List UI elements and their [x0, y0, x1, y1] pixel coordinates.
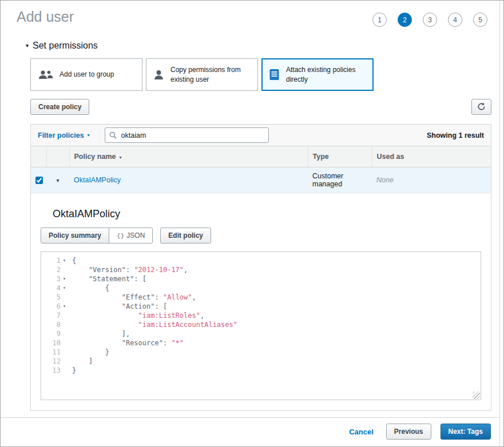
filter-policies-dropdown[interactable]: Filter policies ▾ — [38, 131, 90, 139]
gutter: 4▾ — [41, 284, 69, 293]
code-line: 7▾ "iam:ListRoles", — [41, 311, 481, 320]
line-number: 11 — [53, 348, 61, 357]
code-line: 9▾ ], — [41, 329, 481, 338]
policy-json-editor[interactable]: 1▾ { 2▾ "Version": "2012-10-17", 3▾ — [41, 252, 481, 400]
scrollbar[interactable] — [499, 1, 503, 446]
fold-caret-icon[interactable]: ▾ — [62, 256, 67, 265]
user-icon — [153, 70, 164, 80]
step-number: 5 — [478, 16, 482, 24]
code-line: 5▾ "Effect": "Allow", — [41, 293, 481, 302]
line-number: 4 — [57, 284, 61, 293]
line-number: 5 — [57, 293, 61, 302]
policy-toolbar: Create policy — [30, 99, 491, 115]
code-line: 3▾ "Statement": [ — [41, 274, 481, 284]
code-text: "Statement": [ — [69, 274, 146, 284]
card-add-user-to-group[interactable]: Add user to group — [30, 58, 142, 91]
next-tags-button[interactable]: Next: Tags — [440, 424, 491, 440]
code-text: "Effect": "Allow", — [69, 293, 196, 302]
column-policy-name[interactable]: Policy name▾ — [69, 146, 308, 167]
step-circle[interactable]: 3 — [423, 13, 437, 27]
page-title: Add user — [17, 9, 74, 25]
code-line: 1▾ { — [41, 256, 481, 265]
gutter: 5▾ — [41, 293, 69, 302]
step-number: 4 — [453, 16, 457, 24]
filter-bar: Filter policies ▾ Showing 1 result — [31, 125, 491, 146]
gutter: 3▾ — [41, 274, 69, 284]
create-policy-button[interactable]: Create policy — [30, 99, 89, 115]
policies-table: Policy name▾ Type Used as ▾ — [31, 146, 491, 193]
line-number: 7 — [57, 311, 61, 320]
code-line: 6▾ "Action": [ — [41, 302, 481, 311]
code-text: } — [69, 366, 76, 375]
card-copy-permissions[interactable]: Copy permissions from existing user — [146, 58, 258, 91]
step-number: 3 — [428, 16, 432, 24]
policy-type-cell: Customer managed — [308, 167, 372, 193]
step-circle[interactable]: 5 — [473, 13, 487, 27]
card-label: Attach existing policies directly — [286, 65, 366, 83]
line-number: 13 — [53, 366, 61, 375]
tab-json[interactable]: {} JSON — [109, 228, 153, 244]
policy-detail-title: OktaIAMPolicy — [53, 208, 481, 220]
tab-policy-summary[interactable]: Policy summary — [41, 228, 109, 244]
set-permissions-section-header[interactable]: ▾ Set permissions — [26, 41, 491, 51]
column-used-as[interactable]: Used as — [372, 146, 491, 167]
chevron-down-icon: ▾ — [88, 133, 90, 138]
line-number: 10 — [53, 338, 61, 348]
search-input[interactable] — [105, 127, 269, 143]
step-circle[interactable]: 4 — [448, 13, 462, 27]
refresh-button[interactable] — [471, 99, 491, 115]
card-label: Add user to group — [59, 70, 114, 79]
row-expander-cell: ▾ — [46, 167, 69, 193]
fold-caret-icon[interactable]: ▾ — [62, 274, 67, 284]
policy-document-icon — [269, 69, 280, 81]
step-circle[interactable]: 2 — [398, 13, 412, 27]
code-text: "Resource": "*" — [69, 338, 184, 348]
code-text: ] — [69, 357, 93, 366]
table-header-row: Policy name▾ Type Used as — [31, 146, 491, 167]
wizard-header: Add user 1 2 3 4 5 — [1, 1, 503, 27]
select-all-header-cell — [31, 146, 46, 167]
previous-button[interactable]: Previous — [386, 424, 431, 440]
line-number: 8 — [57, 320, 61, 329]
row-expander-icon[interactable]: ▾ — [56, 177, 59, 183]
code-text: } — [69, 348, 109, 357]
tab-json-label: JSON — [126, 232, 145, 240]
wizard-footer: Cancel Previous Next: Tags — [1, 417, 499, 446]
policy-name-link[interactable]: OktaIAMPolicy — [74, 176, 121, 184]
edit-policy-button[interactable]: Edit policy — [160, 228, 211, 244]
code-text: "Version": "2012-10-17", — [69, 265, 188, 274]
fold-caret-icon[interactable]: ▾ — [62, 284, 67, 293]
group-icon — [38, 70, 53, 80]
code-line: 11▾ } — [41, 348, 481, 357]
column-type[interactable]: Type — [308, 146, 372, 167]
line-number: 2 — [57, 265, 61, 274]
add-user-wizard: Add user 1 2 3 4 5 — [0, 0, 504, 447]
code-line: 13▾ } — [41, 366, 481, 375]
refresh-icon — [477, 105, 486, 113]
code-line: 12▾ ] — [41, 357, 481, 366]
cancel-link[interactable]: Cancel — [349, 428, 374, 436]
gutter: 2▾ — [41, 265, 69, 274]
resize-handle-icon[interactable] — [473, 392, 480, 399]
collapse-caret-icon: ▾ — [26, 43, 29, 49]
results-count: Showing 1 result — [427, 131, 484, 139]
code-line: 2▾ "Version": "2012-10-17", — [41, 265, 481, 274]
card-attach-existing-policies[interactable]: Attach existing policies directly — [261, 58, 374, 91]
row-checkbox-cell — [31, 167, 46, 193]
row-checkbox[interactable] — [35, 177, 43, 184]
step-circle[interactable]: 1 — [372, 13, 387, 27]
gutter: 10▾ — [41, 338, 69, 348]
policy-used-as-cell: None — [372, 167, 491, 193]
gutter: 7▾ — [41, 311, 69, 320]
code-text: ], — [69, 329, 130, 338]
fold-caret-icon[interactable]: ▾ — [62, 302, 67, 311]
code-text: "iam:ListAccountAliases" — [69, 320, 237, 329]
code-text: "Action": [ — [69, 302, 167, 311]
step-number: 1 — [378, 16, 382, 24]
line-number: 3 — [57, 274, 61, 284]
gutter: 9▾ — [41, 329, 69, 338]
search-box — [105, 127, 269, 143]
policy-name-cell: OktaIAMPolicy — [69, 167, 308, 193]
gutter: 12▾ — [41, 357, 69, 366]
code-lines: 1▾ { 2▾ "Version": "2012-10-17", 3▾ — [41, 256, 481, 375]
